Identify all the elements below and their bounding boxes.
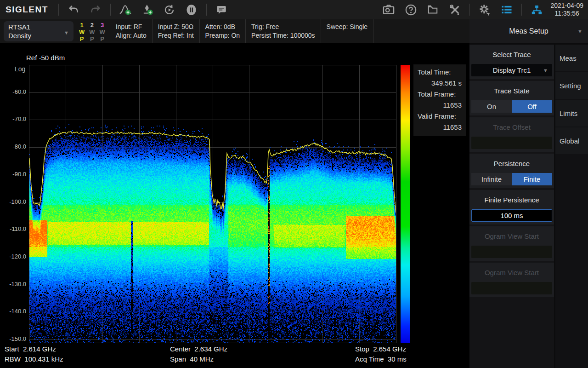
- trace-mode: P: [80, 35, 84, 42]
- chevron-down-icon: ▼: [577, 29, 582, 34]
- toolbar-divider: [469, 4, 470, 16]
- info-value: 11653: [418, 122, 462, 133]
- y-axis-tick-label: -90.0: [0, 171, 26, 178]
- settings-status-bar: RTSA1 Density ▼ 1WP2WP3WP Input: RFAlign…: [0, 19, 469, 44]
- trace-detector: W: [89, 29, 95, 35]
- help-button[interactable]: [404, 3, 418, 17]
- menu-block-label: Trace Offset: [469, 117, 554, 131]
- freq-label: Span 40 MHz: [170, 354, 227, 364]
- top-toolbar: SIGLENT: [0, 0, 588, 19]
- trace-state-toggle: OnOff: [471, 100, 552, 113]
- time-label: 11:35:56: [550, 10, 583, 17]
- toolbar-divider: [206, 4, 207, 16]
- toggle-option-on[interactable]: On: [471, 100, 512, 113]
- menu-block-label: Ogram View Start: [469, 263, 554, 276]
- menu-title: Meas Setup: [509, 27, 548, 35]
- menu-block-trace-offset: Trace Offset: [469, 117, 554, 152]
- menu-block-finite-persistence: Finite Persistence100 ms: [469, 190, 554, 224]
- side-tab-meas[interactable]: Meas: [555, 45, 588, 71]
- system-settings-button[interactable]: [478, 3, 492, 17]
- redo-button[interactable]: [89, 3, 102, 17]
- status-cell-line2: Persist Time: 100000s: [251, 31, 315, 40]
- ogram-view-start-input: [471, 282, 552, 294]
- side-tab-setting[interactable]: Setting: [555, 72, 588, 99]
- status-cell-line1: Sweep: Single: [327, 23, 368, 31]
- chevron-down-icon: ▼: [64, 30, 69, 35]
- y-axis-tick-label: -130.0: [0, 281, 26, 288]
- menu-list-button[interactable]: [500, 3, 514, 17]
- side-tab-limits[interactable]: Limits: [555, 100, 588, 126]
- menu-tabs: MeasSettingLimitsGlobal: [555, 45, 588, 155]
- status-cell[interactable]: Trig: FreePersist Time: 100000s: [245, 19, 321, 43]
- finite-persistence-input[interactable]: 100 ms: [471, 209, 552, 222]
- side-tab-global[interactable]: Global: [555, 127, 588, 154]
- menu-block-select-trace: Select TraceDisplay Trc1▼: [469, 45, 554, 79]
- status-cell[interactable]: Atten: 0dBPreamp: On: [199, 19, 245, 43]
- menu-title-dropdown[interactable]: Meas Setup ▼: [469, 19, 588, 43]
- trace-indicator-2[interactable]: 2WP: [89, 22, 95, 43]
- status-cell-line1: Atten: 0dB: [205, 23, 240, 31]
- rtsa-application: SIGLENT: [0, 0, 588, 368]
- toggle-option-off[interactable]: Off: [512, 100, 552, 113]
- file-button[interactable]: [426, 3, 440, 17]
- date-label: 2021-04-09: [550, 2, 583, 10]
- trace-mode: P: [100, 35, 104, 42]
- menu-block-label: Persistence: [469, 154, 554, 167]
- pause-button[interactable]: [185, 3, 198, 17]
- chevron-down-icon: ▼: [543, 68, 548, 73]
- menu-block-label: Ogram View Start: [469, 226, 554, 240]
- trace-number: 1: [80, 22, 84, 29]
- screenshot-button[interactable]: [382, 3, 396, 17]
- freq-label: Stop 2.654 GHz: [355, 344, 407, 354]
- density-colorbar: [401, 65, 410, 343]
- y-axis-tick-label: -120.0: [0, 253, 26, 260]
- x-axis-info-group: Start 2.614 GHzRBW 100.431 kHz: [5, 344, 63, 364]
- info-label: Total Frame:: [418, 89, 462, 100]
- status-cell-line1: Trig: Free: [251, 23, 315, 31]
- status-cell-line1: Input: RF: [116, 23, 147, 31]
- freq-label: Center 2.634 GHz: [170, 344, 227, 354]
- ogram-view-start-input: [471, 246, 552, 258]
- info-label: Total Time:: [418, 67, 462, 78]
- status-cell[interactable]: Input: RFAlign: Auto: [110, 19, 152, 43]
- mode-line1: RTSA1: [8, 23, 31, 31]
- network-button[interactable]: [530, 3, 543, 17]
- select-trace-dropdown[interactable]: Display Trc1▼: [471, 64, 552, 76]
- mode-line2: Density: [8, 31, 31, 40]
- density-spectrum-display: [29, 65, 396, 343]
- ref-level-label: Ref -50 dBm: [26, 54, 65, 62]
- menu-block-persistence: PersistenceInfiniteFinite: [469, 154, 554, 188]
- toggle-option-infinite[interactable]: Infinite: [471, 173, 512, 185]
- menu-block-trace-state: Trace StateOnOff: [469, 81, 554, 115]
- info-value: 11653: [418, 100, 462, 111]
- menu-block-ogram-view-start: Ogram View Start: [469, 226, 554, 261]
- tools-button[interactable]: [448, 3, 462, 17]
- menu-block-label: Finite Persistence: [469, 190, 554, 204]
- mode-selector-dropdown[interactable]: RTSA1 Density ▼: [4, 21, 74, 41]
- trace-indicator-1[interactable]: 1WP: [79, 22, 85, 43]
- info-label: Valid Frame:: [418, 111, 462, 122]
- trace-indicators[interactable]: 1WP2WP3WP: [76, 19, 110, 43]
- spectrum-view: Ref -50 dBm Log -60.0-70.0-80.0-90.0-100…: [0, 44, 469, 368]
- menu-blocks: Select TraceDisplay Trc1▼Trace StateOnOf…: [469, 45, 554, 299]
- undo-button[interactable]: [67, 3, 80, 17]
- toolbar-divider: [110, 4, 111, 16]
- toggle-option-finite[interactable]: Finite: [512, 173, 552, 185]
- status-cell[interactable]: Input Z: 50ΩFreq Ref: Int: [152, 19, 199, 43]
- status-cell-line2: Freq Ref: Int: [158, 31, 194, 40]
- menu-block-label: Select Trace: [469, 45, 554, 58]
- add-marker-button[interactable]: [141, 3, 154, 17]
- message-button[interactable]: [215, 3, 228, 17]
- menu-block-ogram-view-start: Ogram View Start: [469, 263, 554, 297]
- trace-number: 2: [90, 22, 94, 29]
- frame-info-box: Total Time:349.561 sTotal Frame:11653Val…: [413, 64, 466, 136]
- x-axis-info-group: Stop 2.654 GHzAcq Time 30 ms: [355, 344, 407, 364]
- y-axis-tick-label: -70.0: [0, 115, 26, 122]
- add-peak-marker-button[interactable]: [119, 3, 132, 17]
- y-axis-tick-label: -80.0: [0, 143, 26, 150]
- trace-indicator-3[interactable]: 3WP: [100, 22, 105, 43]
- status-cell[interactable]: Sweep: Single: [321, 19, 374, 43]
- freq-label: Acq Time 30 ms: [355, 354, 407, 364]
- settings-cells: Input: RFAlign: AutoInput Z: 50ΩFreq Ref…: [110, 19, 373, 43]
- replay-button[interactable]: [163, 3, 176, 17]
